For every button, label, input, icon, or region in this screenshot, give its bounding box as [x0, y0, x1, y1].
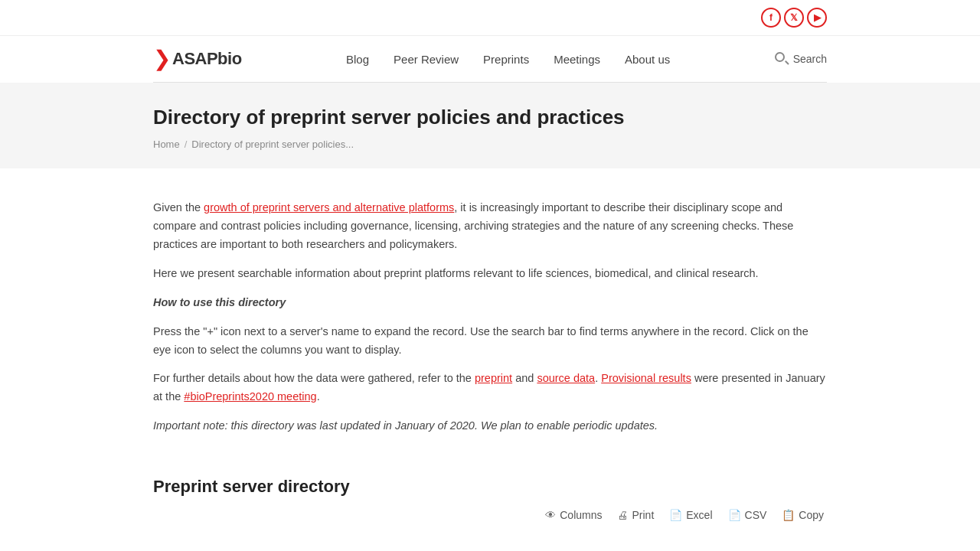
columns-button[interactable]: 👁 Columns [545, 509, 602, 521]
how-to-title: How to use this directory [153, 294, 827, 312]
para2: Here we present searchable information a… [153, 265, 827, 283]
further-details: For further details about how the data w… [153, 370, 827, 406]
breadcrumb-home[interactable]: Home [153, 139, 180, 150]
directory-actions: 👁 Columns 🖨 Print 📄 Excel 📄 CSV 📋 Copy [153, 509, 827, 521]
print-label: Print [632, 509, 654, 521]
nav-item-meetings[interactable]: Meetings [554, 53, 600, 66]
page-title: Directory of preprint server policies an… [153, 106, 827, 129]
excel-label: Excel [686, 509, 712, 521]
further-mid2: . [595, 372, 601, 384]
growth-link[interactable]: growth of preprint servers and alternati… [204, 201, 454, 214]
biopreprints-link[interactable]: #bioPreprints2020 meeting [184, 390, 316, 403]
csv-button[interactable]: 📄 CSV [728, 509, 767, 521]
excel-icon: 📄 [669, 509, 682, 521]
excel-button[interactable]: 📄 Excel [669, 509, 712, 521]
logo-text: ASAPbio [172, 49, 242, 69]
logo-chevron-icon: ❯ [153, 48, 171, 70]
main-nav: Blog Peer Review Preprints Meetings Abou… [346, 53, 670, 66]
top-bar: f 𝕏 ▶ [0, 0, 980, 36]
copy-button[interactable]: 📋 Copy [782, 509, 824, 521]
twitter-icon[interactable]: 𝕏 [784, 8, 804, 28]
search-label: Search [793, 53, 827, 65]
print-icon: 🖨 [617, 509, 628, 521]
nav-item-about-us[interactable]: About us [625, 53, 670, 66]
directory-section: Preprint server directory 👁 Columns 🖨 Pr… [0, 461, 980, 536]
source-data-link[interactable]: source data [537, 372, 595, 384]
provisional-results-link[interactable]: Provisional results [601, 372, 691, 384]
header: ❯ ASAPbio Blog Peer Review Preprints Mee… [0, 36, 980, 82]
intro-paragraph: Given the growth of preprint servers and… [153, 199, 827, 254]
further-end: . [317, 390, 320, 403]
breadcrumb-current: Directory of preprint server policies... [191, 139, 354, 150]
search-button[interactable]: Search [775, 52, 827, 66]
further-prefix: For further details about how the data w… [153, 372, 475, 384]
columns-label: Columns [560, 509, 602, 521]
copy-icon: 📋 [782, 509, 795, 521]
directory-title: Preprint server directory [153, 477, 827, 497]
search-icon [775, 52, 789, 66]
hero-section: Directory of preprint server policies an… [0, 83, 980, 168]
facebook-icon[interactable]: f [761, 8, 781, 28]
main-content: Given the growth of preprint servers and… [0, 168, 980, 461]
youtube-icon[interactable]: ▶ [807, 8, 827, 28]
nav-item-blog[interactable]: Blog [346, 53, 369, 66]
columns-icon: 👁 [545, 509, 556, 521]
how-to-text: Press the "+" icon next to a server's na… [153, 323, 827, 360]
logo[interactable]: ❯ ASAPbio [153, 48, 242, 70]
csv-icon: 📄 [728, 509, 741, 521]
breadcrumb-separator: / [185, 139, 188, 150]
preprint-link[interactable]: preprint [475, 372, 512, 384]
important-note: Important note: this directory was last … [153, 417, 827, 435]
para1-prefix: Given the [153, 201, 204, 214]
nav-item-preprints[interactable]: Preprints [483, 53, 529, 66]
further-mid1: and [512, 372, 537, 384]
nav-item-peer-review[interactable]: Peer Review [394, 53, 459, 66]
social-icons: f 𝕏 ▶ [761, 8, 827, 28]
breadcrumb: Home / Directory of preprint server poli… [153, 139, 827, 150]
print-button[interactable]: 🖨 Print [617, 509, 654, 521]
csv-label: CSV [745, 509, 767, 521]
copy-label: Copy [799, 509, 824, 521]
